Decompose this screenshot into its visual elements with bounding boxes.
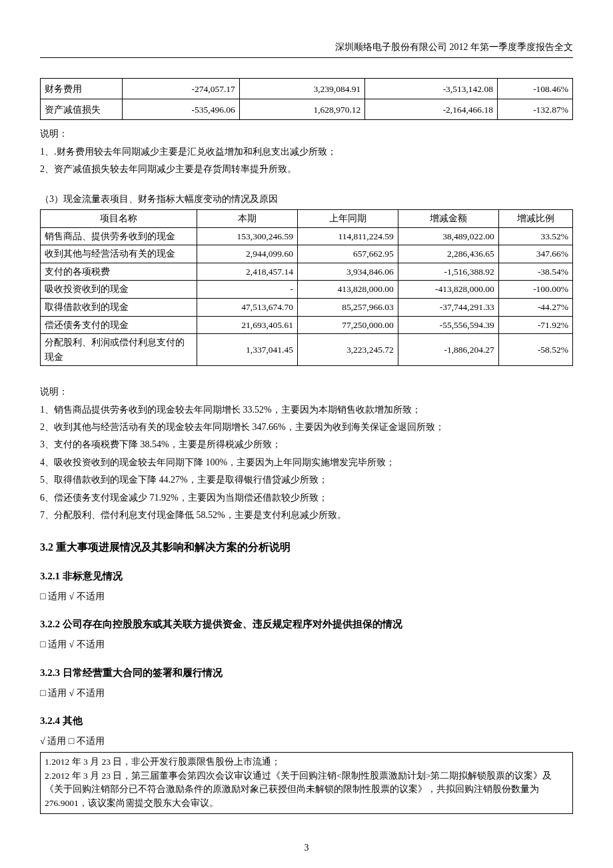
explain-line: 2、资产减值损失较去年同期减少主要是存货周转率提升所致。 xyxy=(40,162,573,177)
cell-value: 3,239,084.91 xyxy=(239,79,365,99)
box-line: 2.2012 年 3 月 23 日，第三届董事会第四次会议审议通过《关于回购注销… xyxy=(45,769,568,811)
box-line: 1.2012 年 3 月 23 日，非公开发行股票限售股份上市流通； xyxy=(45,755,568,769)
cell: 支付的各项税费 xyxy=(41,263,197,281)
cell: 2,944,099.60 xyxy=(197,245,298,263)
cell: 取得借款收到的现金 xyxy=(41,298,197,316)
explain-line: 7、分配股利、偿付利息支付现金降低 58.52%，主要是支付利息减少所致。 xyxy=(40,508,573,523)
cell: 偿还债务支付的现金 xyxy=(41,316,197,334)
option-line: √ 适用 □ 不适用 xyxy=(40,734,573,749)
col-header: 上年同期 xyxy=(297,209,398,227)
other-box: 1.2012 年 3 月 23 日，非公开发行股票限售股份上市流通； 2.201… xyxy=(40,752,573,815)
table-row: 分配股利、利润或偿付利息支付的现金 1,337,041.45 3,223,245… xyxy=(41,334,573,366)
table-row: 支付的各项税费 2,418,457.14 3,934,846.06 -1,516… xyxy=(41,263,573,281)
cell: 2,286,436.65 xyxy=(398,245,498,263)
heading-3-2-3: 3.2.3 日常经营重大合同的签署和履行情况 xyxy=(40,665,573,681)
explain-line: 6、偿还债务支付现金减少 71.92%，主要因为当期偿还借款较少所致； xyxy=(40,491,573,505)
table-row: 销售商品、提供劳务收到的现金 153,300,246.59 114,811,22… xyxy=(41,227,573,245)
explain-line: 1、销售商品提供劳务收到的现金较去年同期增长 33.52%，主要因为本期销售收款… xyxy=(40,403,573,417)
cell: 153,300,246.59 xyxy=(197,227,298,245)
heading-3-2-1: 3.2.1 非标意见情况 xyxy=(40,568,573,584)
cell: 21,693,405.61 xyxy=(197,316,298,334)
heading-3-2-4: 3.2.4 其他 xyxy=(40,713,573,729)
col-header: 增减金额 xyxy=(398,209,498,227)
subsection-title: （3）现金流量表项目、财务指标大幅度变动的情况及原因 xyxy=(40,192,573,207)
table-row: 吸收投资收到的现金 - 413,828,000.00 -413,828,000.… xyxy=(41,281,573,299)
cell: 1,337,041.45 xyxy=(197,334,298,366)
cell: 销售商品、提供劳务收到的现金 xyxy=(41,227,197,245)
cell: 38,489,022.00 xyxy=(398,227,498,245)
cell: 77,250,000.00 xyxy=(297,316,398,334)
heading-3-2-2: 3.2.2 公司存在向控股股东或其关联方提供资金、违反规定程序对外提供担保的情况 xyxy=(40,616,573,632)
cell: -37,744,291.33 xyxy=(398,298,498,316)
cell: 3,934,846.06 xyxy=(297,263,398,281)
cell: 657,662.95 xyxy=(297,245,398,263)
cell: 分配股利、利润或偿付利息支付的现金 xyxy=(41,334,197,366)
cell-value: -274,057.17 xyxy=(123,79,240,99)
col-header: 本期 xyxy=(197,209,298,227)
cell: -38.54% xyxy=(498,263,572,281)
explain-line: 1、.财务费用较去年同期减少主要是汇兑收益增加和利息支出减少所致； xyxy=(40,145,573,159)
col-header: 增减比例 xyxy=(498,209,572,227)
option-line: □ 适用 √ 不适用 xyxy=(40,686,573,701)
explain-line: 2、收到其他与经营活动有关的现金较去年同期增长 347.66%，主要因为收到海关… xyxy=(40,420,573,435)
cell: -1,886,204.27 xyxy=(398,334,498,366)
table-row: 取得借款收到的现金 47,513,674.70 85,257,966.03 -3… xyxy=(41,298,573,316)
cell-value: -3,513,142.08 xyxy=(365,79,498,99)
table-row: 财务费用 -274,057.17 3,239,084.91 -3,513,142… xyxy=(41,79,573,99)
page-number: 3 xyxy=(40,841,573,855)
cell-pct: -132.87% xyxy=(498,99,573,120)
cell: 3,223,245.72 xyxy=(297,334,398,366)
cell-value: -535,496.06 xyxy=(123,99,240,120)
cell-label: 财务费用 xyxy=(41,79,123,99)
explain-title: 说明： xyxy=(40,385,573,399)
cell-pct: -108.46% xyxy=(498,79,573,99)
cell: 413,828,000.00 xyxy=(297,281,398,299)
explain-title: 说明： xyxy=(40,127,573,141)
cell: 347.66% xyxy=(498,245,572,263)
table-row: 收到其他与经营活动有关的现金 2,944,099.60 657,662.95 2… xyxy=(41,245,573,263)
table-finance-items: 财务费用 -274,057.17 3,239,084.91 -3,513,142… xyxy=(40,78,573,120)
table-header-row: 项目名称 本期 上年同期 增减金额 增减比例 xyxy=(41,209,573,227)
option-line: □ 适用 √ 不适用 xyxy=(40,589,573,604)
table-cashflow: 项目名称 本期 上年同期 增减金额 增减比例 销售商品、提供劳务收到的现金 15… xyxy=(40,209,573,366)
cell: 33.52% xyxy=(498,227,572,245)
table-row: 偿还债务支付的现金 21,693,405.61 77,250,000.00 -5… xyxy=(41,316,573,334)
cell: 85,257,966.03 xyxy=(297,298,398,316)
explain-line: 4、吸收投资收到的现金较去年同期下降 100%，主要因为上年同期实施增发完毕所致… xyxy=(40,455,573,470)
cell: 114,811,224.59 xyxy=(297,227,398,245)
explain-line: 3、支付的各项税费下降 38.54%，主要是所得税减少所致； xyxy=(40,437,573,452)
cell-value: 1,628,970.12 xyxy=(239,99,365,120)
page-header: 深圳顺络电子股份有限公司 2012 年第一季度季度报告全文 xyxy=(40,40,573,58)
cell: 2,418,457.14 xyxy=(197,263,298,281)
cell: 收到其他与经营活动有关的现金 xyxy=(41,245,197,263)
cell: -100.00% xyxy=(498,281,572,299)
cell: 吸收投资收到的现金 xyxy=(41,281,197,299)
cell: -58.52% xyxy=(498,334,572,366)
cell: -71.92% xyxy=(498,316,572,334)
cell-value: -2,164,466.18 xyxy=(365,99,498,120)
cell: -44.27% xyxy=(498,298,572,316)
cell-label: 资产减值损失 xyxy=(41,99,123,120)
table-row: 资产减值损失 -535,496.06 1,628,970.12 -2,164,4… xyxy=(41,99,573,120)
cell: - xyxy=(197,281,298,299)
cell: 47,513,674.70 xyxy=(197,298,298,316)
cell: -413,828,000.00 xyxy=(398,281,498,299)
option-line: □ 适用 √ 不适用 xyxy=(40,637,573,652)
cell: -55,556,594.39 xyxy=(398,316,498,334)
col-header: 项目名称 xyxy=(41,209,197,227)
cell: -1,516,388.92 xyxy=(398,263,498,281)
explain-line: 5、取得借款收到的现金下降 44.27%，主要是取得银行借贷减少所致； xyxy=(40,473,573,487)
heading-3-2: 3.2 重大事项进展情况及其影响和解决方案的分析说明 xyxy=(40,539,573,556)
